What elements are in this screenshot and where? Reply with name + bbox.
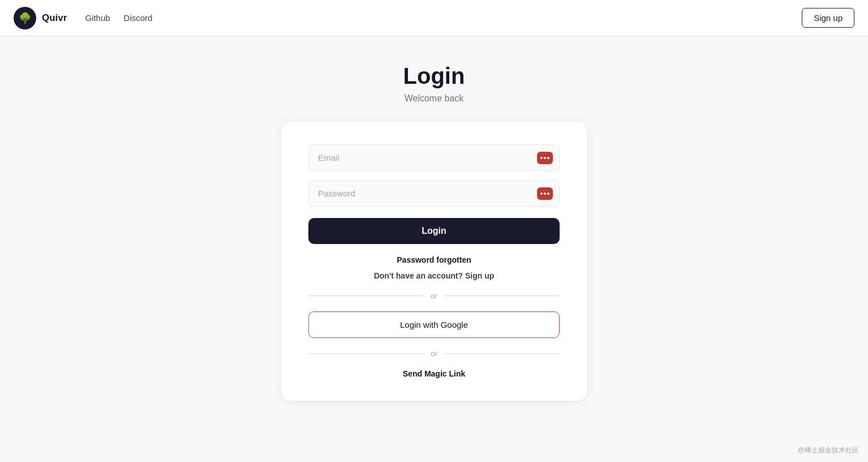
divider-line-left-2 bbox=[308, 353, 424, 354]
google-login-button[interactable]: Login with Google bbox=[308, 311, 560, 338]
divider-line-left bbox=[308, 296, 424, 296]
signup-action[interactable]: Sign up bbox=[465, 271, 494, 280]
email-wrapper bbox=[308, 144, 560, 171]
or-text-2: or bbox=[431, 349, 437, 358]
signup-button[interactable]: Sign up bbox=[802, 8, 854, 28]
dot-5 bbox=[544, 192, 546, 195]
main-content: Login Welcome back bbox=[0, 36, 868, 401]
logo-text: Quivr bbox=[42, 12, 67, 24]
page-subtitle: Welcome back bbox=[405, 93, 464, 104]
nav-discord[interactable]: Discord bbox=[124, 13, 153, 23]
dot-1 bbox=[540, 157, 543, 159]
divider-2: or bbox=[308, 349, 560, 358]
nav-github[interactable]: Github bbox=[85, 13, 110, 23]
password-input[interactable] bbox=[308, 180, 560, 207]
dot-3 bbox=[547, 157, 549, 159]
navbar: 🌳 Quivr Github Discord Sign up bbox=[0, 0, 868, 36]
logo-area[interactable]: 🌳 Quivr bbox=[14, 7, 67, 29]
dots-icon-2 bbox=[540, 192, 549, 195]
email-input[interactable] bbox=[308, 144, 560, 171]
login-card: Login Password forgotten Don't have an a… bbox=[281, 122, 587, 401]
divider-line-right bbox=[444, 296, 560, 296]
signup-prompt: Don't have an account? Sign up bbox=[308, 271, 560, 280]
forgot-password-link[interactable]: Password forgotten bbox=[308, 255, 560, 264]
password-wrapper bbox=[308, 180, 560, 207]
or-text-1: or bbox=[431, 292, 437, 300]
password-icon bbox=[537, 187, 553, 200]
divider-line-right-2 bbox=[444, 353, 560, 354]
login-button[interactable]: Login bbox=[308, 218, 560, 244]
page-title: Login bbox=[403, 63, 465, 89]
divider-1: or bbox=[308, 292, 560, 300]
magic-link-button[interactable]: Send Magic Link bbox=[308, 369, 560, 378]
dots-icon bbox=[540, 157, 549, 159]
nav-links: Github Discord bbox=[85, 13, 152, 23]
dot-2 bbox=[544, 157, 546, 159]
logo-icon: 🌳 bbox=[14, 7, 36, 29]
watermark: @稀土掘金技术社区 bbox=[798, 446, 859, 455]
dot-6 bbox=[547, 192, 549, 195]
email-icon bbox=[537, 152, 553, 164]
dot-4 bbox=[540, 192, 543, 195]
no-account-text: Don't have an account? bbox=[374, 271, 463, 280]
navbar-right: Sign up bbox=[802, 8, 854, 28]
